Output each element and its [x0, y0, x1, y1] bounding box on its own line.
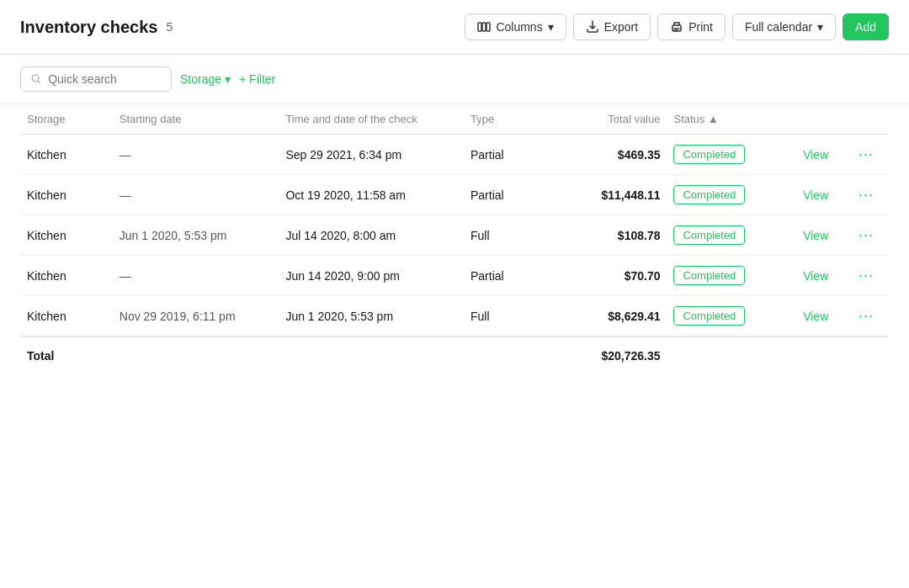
status-badge: Completed	[673, 266, 745, 285]
cell-status: Completed	[667, 135, 796, 175]
columns-button[interactable]: Columns ▾	[465, 13, 566, 40]
cell-total-value: $108.78	[556, 215, 667, 256]
export-icon	[586, 20, 599, 34]
cell-more[interactable]: ···	[852, 256, 889, 296]
svg-rect-2	[486, 23, 490, 31]
col-header-total-value: Total value	[556, 104, 667, 135]
table-row: Kitchen — Sep 29 2021, 6:34 pm Partial $…	[20, 135, 889, 175]
sort-arrow-icon[interactable]: ▲	[708, 113, 719, 125]
search-input[interactable]	[48, 72, 161, 86]
chevron-down-icon: ▾	[548, 20, 554, 34]
table-row: Kitchen Jun 1 2020, 5:53 pm Jul 14 2020,…	[20, 215, 889, 256]
search-box[interactable]	[20, 66, 172, 92]
table-row: Kitchen — Oct 19 2020, 11:58 am Partial …	[20, 175, 889, 215]
cell-view[interactable]: View	[796, 175, 852, 215]
add-filter-button[interactable]: + Filter	[239, 72, 275, 86]
cell-view[interactable]: View	[796, 296, 852, 337]
chevron-down-icon: ▾	[817, 20, 823, 34]
cell-storage: Kitchen	[20, 135, 113, 175]
cell-datetime: Oct 19 2020, 11:58 am	[279, 175, 464, 215]
search-icon	[31, 73, 41, 85]
add-button[interactable]: Add	[843, 13, 889, 40]
col-header-starting: Starting date	[113, 104, 279, 135]
cell-status: Completed	[667, 256, 796, 296]
more-button[interactable]: ···	[858, 146, 874, 163]
table-row: Kitchen — Jun 14 2020, 9:00 pm Partial $…	[20, 256, 889, 296]
cell-status: Completed	[667, 215, 796, 256]
cell-total-value: $70.70	[556, 256, 667, 296]
cell-storage: Kitchen	[20, 215, 113, 256]
inventory-table: Storage Starting date Time and date of t…	[20, 104, 889, 373]
svg-rect-0	[478, 23, 481, 31]
cell-status: Completed	[667, 296, 796, 337]
header-right: Columns ▾ Export Print Full calendar ▾ A…	[465, 13, 889, 40]
view-link[interactable]: View	[803, 229, 828, 242]
cell-starting-date: —	[113, 256, 279, 296]
view-link[interactable]: View	[803, 188, 828, 202]
print-icon	[670, 20, 683, 34]
cell-starting-date: Jun 1 2020, 5:53 pm	[113, 215, 279, 256]
cell-storage: Kitchen	[20, 256, 113, 296]
view-link[interactable]: View	[803, 148, 828, 162]
cell-view[interactable]: View	[796, 256, 852, 296]
chevron-down-icon: ▾	[225, 72, 231, 86]
cell-type: Full	[464, 296, 556, 337]
col-header-datetime: Time and date of the check	[279, 104, 464, 135]
cell-more[interactable]: ···	[852, 215, 889, 256]
cell-storage: Kitchen	[20, 175, 113, 215]
count-badge: 5	[166, 20, 173, 34]
header-left: Inventory checks 5	[20, 18, 173, 37]
cell-view[interactable]: View	[796, 215, 852, 256]
cell-datetime: Jul 14 2020, 8:00 am	[279, 215, 464, 256]
page-title: Inventory checks	[20, 18, 157, 37]
col-header-status: Status ▲	[667, 104, 796, 135]
cell-view[interactable]: View	[796, 135, 852, 175]
status-badge: Completed	[673, 225, 745, 245]
cell-storage: Kitchen	[20, 296, 113, 337]
cell-total-value: $11,448.11	[556, 175, 667, 215]
cell-more[interactable]: ···	[852, 296, 889, 337]
toolbar: Storage ▾ + Filter	[0, 55, 909, 104]
cell-total-value: $8,629.41	[556, 296, 667, 337]
col-header-action	[796, 104, 852, 135]
status-badge: Completed	[673, 145, 745, 164]
print-button[interactable]: Print	[657, 13, 726, 40]
cell-starting-date: —	[113, 175, 279, 215]
view-link[interactable]: View	[803, 269, 828, 283]
col-header-more	[852, 104, 889, 135]
storage-filter-button[interactable]: Storage ▾	[180, 72, 231, 86]
table-header-row: Storage Starting date Time and date of t…	[20, 104, 889, 135]
cell-starting-date: Nov 29 2019, 6:11 pm	[113, 296, 279, 337]
cell-starting-date: —	[113, 135, 279, 175]
table-row: Kitchen Nov 29 2019, 6:11 pm Jun 1 2020,…	[20, 296, 889, 337]
more-button[interactable]: ···	[858, 267, 874, 284]
export-button[interactable]: Export	[573, 13, 651, 40]
cell-type: Partial	[464, 135, 556, 175]
cell-status: Completed	[667, 175, 796, 215]
col-header-type: Type	[464, 104, 556, 135]
svg-rect-1	[482, 23, 486, 31]
total-label: Total	[20, 336, 113, 373]
cell-total-value: $469.35	[556, 135, 667, 175]
cell-more[interactable]: ···	[852, 135, 889, 175]
more-button[interactable]: ···	[858, 186, 874, 204]
view-link[interactable]: View	[803, 310, 828, 323]
table-container: Storage Starting date Time and date of t…	[0, 104, 909, 373]
cell-more[interactable]: ···	[852, 175, 889, 215]
cell-type: Partial	[464, 256, 556, 296]
total-row: Total $20,726.35	[20, 336, 889, 373]
status-badge: Completed	[673, 185, 745, 204]
full-calendar-button[interactable]: Full calendar ▾	[732, 13, 836, 40]
cell-type: Partial	[464, 175, 556, 215]
cell-datetime: Jun 1 2020, 5:53 pm	[279, 296, 464, 337]
page-header: Inventory checks 5 Columns ▾ Export	[0, 0, 909, 55]
columns-icon	[477, 20, 491, 34]
total-value: $20,726.35	[556, 336, 667, 373]
cell-type: Full	[464, 215, 556, 256]
more-button[interactable]: ···	[858, 226, 874, 244]
col-header-storage: Storage	[20, 104, 113, 135]
cell-datetime: Sep 29 2021, 6:34 pm	[279, 135, 464, 175]
status-badge: Completed	[673, 306, 745, 326]
more-button[interactable]: ···	[858, 307, 874, 325]
cell-datetime: Jun 14 2020, 9:00 pm	[279, 256, 464, 296]
